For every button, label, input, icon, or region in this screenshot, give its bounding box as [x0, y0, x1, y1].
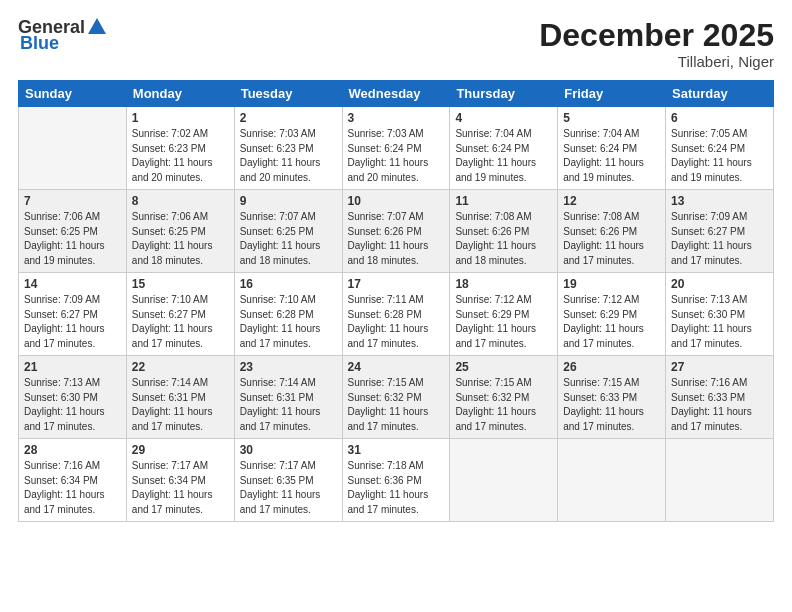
- calendar-week-row: 1Sunrise: 7:02 AMSunset: 6:23 PMDaylight…: [19, 107, 774, 190]
- day-info: Sunrise: 7:10 AMSunset: 6:28 PMDaylight:…: [240, 293, 337, 351]
- day-number: 15: [132, 277, 229, 291]
- day-number: 25: [455, 360, 552, 374]
- day-info: Sunrise: 7:14 AMSunset: 6:31 PMDaylight:…: [240, 376, 337, 434]
- calendar-day-cell: 13Sunrise: 7:09 AMSunset: 6:27 PMDayligh…: [666, 190, 774, 273]
- calendar-day-cell: 5Sunrise: 7:04 AMSunset: 6:24 PMDaylight…: [558, 107, 666, 190]
- day-info: Sunrise: 7:04 AMSunset: 6:24 PMDaylight:…: [563, 127, 660, 185]
- day-number: 3: [348, 111, 445, 125]
- day-info: Sunrise: 7:15 AMSunset: 6:32 PMDaylight:…: [348, 376, 445, 434]
- calendar-day-cell: 7Sunrise: 7:06 AMSunset: 6:25 PMDaylight…: [19, 190, 127, 273]
- day-number: 31: [348, 443, 445, 457]
- calendar-container: General Blue December 2025 Tillaberi, Ni…: [0, 0, 792, 612]
- calendar-day-cell: [666, 439, 774, 522]
- calendar-week-row: 28Sunrise: 7:16 AMSunset: 6:34 PMDayligh…: [19, 439, 774, 522]
- calendar-day-cell: 23Sunrise: 7:14 AMSunset: 6:31 PMDayligh…: [234, 356, 342, 439]
- calendar-day-cell: 25Sunrise: 7:15 AMSunset: 6:32 PMDayligh…: [450, 356, 558, 439]
- calendar-table: SundayMondayTuesdayWednesdayThursdayFrid…: [18, 80, 774, 522]
- day-number: 18: [455, 277, 552, 291]
- day-number: 12: [563, 194, 660, 208]
- calendar-day-cell: 3Sunrise: 7:03 AMSunset: 6:24 PMDaylight…: [342, 107, 450, 190]
- calendar-week-row: 14Sunrise: 7:09 AMSunset: 6:27 PMDayligh…: [19, 273, 774, 356]
- day-number: 10: [348, 194, 445, 208]
- calendar-day-cell: 2Sunrise: 7:03 AMSunset: 6:23 PMDaylight…: [234, 107, 342, 190]
- day-info: Sunrise: 7:15 AMSunset: 6:32 PMDaylight:…: [455, 376, 552, 434]
- calendar-day-cell: 11Sunrise: 7:08 AMSunset: 6:26 PMDayligh…: [450, 190, 558, 273]
- day-info: Sunrise: 7:07 AMSunset: 6:25 PMDaylight:…: [240, 210, 337, 268]
- calendar-day-cell: 29Sunrise: 7:17 AMSunset: 6:34 PMDayligh…: [126, 439, 234, 522]
- calendar-day-cell: 6Sunrise: 7:05 AMSunset: 6:24 PMDaylight…: [666, 107, 774, 190]
- calendar-day-cell: 14Sunrise: 7:09 AMSunset: 6:27 PMDayligh…: [19, 273, 127, 356]
- day-info: Sunrise: 7:03 AMSunset: 6:23 PMDaylight:…: [240, 127, 337, 185]
- day-info: Sunrise: 7:03 AMSunset: 6:24 PMDaylight:…: [348, 127, 445, 185]
- calendar-day-cell: 26Sunrise: 7:15 AMSunset: 6:33 PMDayligh…: [558, 356, 666, 439]
- day-info: Sunrise: 7:13 AMSunset: 6:30 PMDaylight:…: [24, 376, 121, 434]
- logo-blue-text: Blue: [20, 34, 59, 54]
- weekday-header: Monday: [126, 81, 234, 107]
- day-info: Sunrise: 7:13 AMSunset: 6:30 PMDaylight:…: [671, 293, 768, 351]
- logo: General Blue: [18, 18, 108, 54]
- calendar-day-cell: 20Sunrise: 7:13 AMSunset: 6:30 PMDayligh…: [666, 273, 774, 356]
- calendar-day-cell: 16Sunrise: 7:10 AMSunset: 6:28 PMDayligh…: [234, 273, 342, 356]
- day-number: 24: [348, 360, 445, 374]
- day-info: Sunrise: 7:08 AMSunset: 6:26 PMDaylight:…: [455, 210, 552, 268]
- day-number: 5: [563, 111, 660, 125]
- calendar-day-cell: [19, 107, 127, 190]
- calendar-day-cell: 31Sunrise: 7:18 AMSunset: 6:36 PMDayligh…: [342, 439, 450, 522]
- day-info: Sunrise: 7:10 AMSunset: 6:27 PMDaylight:…: [132, 293, 229, 351]
- day-number: 4: [455, 111, 552, 125]
- calendar-day-cell: 18Sunrise: 7:12 AMSunset: 6:29 PMDayligh…: [450, 273, 558, 356]
- day-number: 8: [132, 194, 229, 208]
- weekday-header: Saturday: [666, 81, 774, 107]
- calendar-week-row: 21Sunrise: 7:13 AMSunset: 6:30 PMDayligh…: [19, 356, 774, 439]
- calendar-day-cell: 1Sunrise: 7:02 AMSunset: 6:23 PMDaylight…: [126, 107, 234, 190]
- day-number: 23: [240, 360, 337, 374]
- day-number: 27: [671, 360, 768, 374]
- day-info: Sunrise: 7:16 AMSunset: 6:34 PMDaylight:…: [24, 459, 121, 517]
- calendar-day-cell: 22Sunrise: 7:14 AMSunset: 6:31 PMDayligh…: [126, 356, 234, 439]
- calendar-day-cell: 21Sunrise: 7:13 AMSunset: 6:30 PMDayligh…: [19, 356, 127, 439]
- title-area: December 2025 Tillaberi, Niger: [539, 18, 774, 70]
- calendar-day-cell: 10Sunrise: 7:07 AMSunset: 6:26 PMDayligh…: [342, 190, 450, 273]
- calendar-day-cell: 15Sunrise: 7:10 AMSunset: 6:27 PMDayligh…: [126, 273, 234, 356]
- day-info: Sunrise: 7:17 AMSunset: 6:35 PMDaylight:…: [240, 459, 337, 517]
- day-info: Sunrise: 7:06 AMSunset: 6:25 PMDaylight:…: [24, 210, 121, 268]
- weekday-header: Thursday: [450, 81, 558, 107]
- day-number: 22: [132, 360, 229, 374]
- day-number: 20: [671, 277, 768, 291]
- day-number: 7: [24, 194, 121, 208]
- day-number: 14: [24, 277, 121, 291]
- day-number: 16: [240, 277, 337, 291]
- day-info: Sunrise: 7:05 AMSunset: 6:24 PMDaylight:…: [671, 127, 768, 185]
- header: General Blue December 2025 Tillaberi, Ni…: [18, 18, 774, 70]
- calendar-day-cell: 8Sunrise: 7:06 AMSunset: 6:25 PMDaylight…: [126, 190, 234, 273]
- day-number: 9: [240, 194, 337, 208]
- day-number: 11: [455, 194, 552, 208]
- day-number: 2: [240, 111, 337, 125]
- calendar-day-cell: 24Sunrise: 7:15 AMSunset: 6:32 PMDayligh…: [342, 356, 450, 439]
- day-info: Sunrise: 7:12 AMSunset: 6:29 PMDaylight:…: [455, 293, 552, 351]
- calendar-day-cell: [558, 439, 666, 522]
- weekday-header: Sunday: [19, 81, 127, 107]
- logo-icon: [86, 16, 108, 38]
- day-number: 13: [671, 194, 768, 208]
- calendar-header-row: SundayMondayTuesdayWednesdayThursdayFrid…: [19, 81, 774, 107]
- day-number: 1: [132, 111, 229, 125]
- calendar-day-cell: 30Sunrise: 7:17 AMSunset: 6:35 PMDayligh…: [234, 439, 342, 522]
- calendar-day-cell: [450, 439, 558, 522]
- day-info: Sunrise: 7:14 AMSunset: 6:31 PMDaylight:…: [132, 376, 229, 434]
- calendar-day-cell: 27Sunrise: 7:16 AMSunset: 6:33 PMDayligh…: [666, 356, 774, 439]
- day-number: 19: [563, 277, 660, 291]
- day-number: 28: [24, 443, 121, 457]
- day-info: Sunrise: 7:07 AMSunset: 6:26 PMDaylight:…: [348, 210, 445, 268]
- svg-marker-0: [88, 18, 106, 34]
- calendar-day-cell: 17Sunrise: 7:11 AMSunset: 6:28 PMDayligh…: [342, 273, 450, 356]
- calendar-day-cell: 12Sunrise: 7:08 AMSunset: 6:26 PMDayligh…: [558, 190, 666, 273]
- calendar-day-cell: 19Sunrise: 7:12 AMSunset: 6:29 PMDayligh…: [558, 273, 666, 356]
- weekday-header: Friday: [558, 81, 666, 107]
- day-info: Sunrise: 7:17 AMSunset: 6:34 PMDaylight:…: [132, 459, 229, 517]
- day-info: Sunrise: 7:15 AMSunset: 6:33 PMDaylight:…: [563, 376, 660, 434]
- month-title: December 2025: [539, 18, 774, 53]
- day-info: Sunrise: 7:08 AMSunset: 6:26 PMDaylight:…: [563, 210, 660, 268]
- day-info: Sunrise: 7:12 AMSunset: 6:29 PMDaylight:…: [563, 293, 660, 351]
- day-info: Sunrise: 7:16 AMSunset: 6:33 PMDaylight:…: [671, 376, 768, 434]
